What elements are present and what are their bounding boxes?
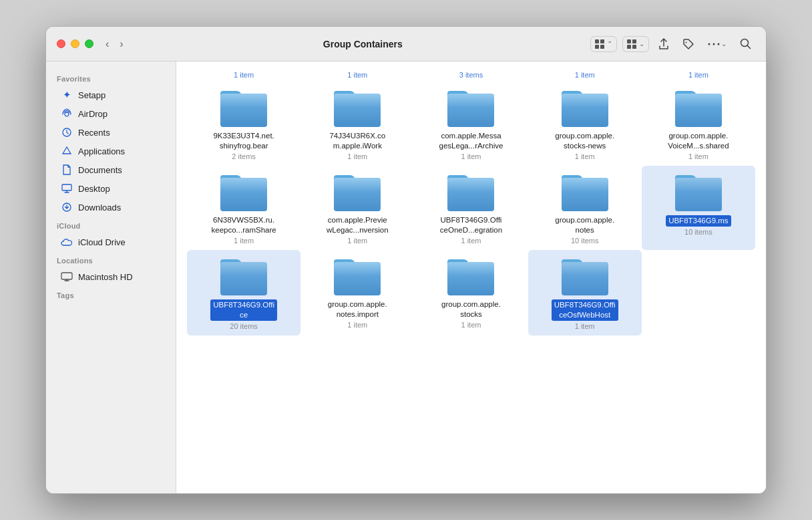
file-count: 1 item bbox=[234, 237, 254, 245]
svg-rect-4 bbox=[627, 39, 631, 43]
svg-line-13 bbox=[747, 45, 751, 49]
sidebar-item-label: Documents bbox=[78, 165, 122, 175]
svg-rect-16 bbox=[62, 184, 71, 190]
file-item-selected[interactable]: UBF8T346G9.ms 10 items bbox=[642, 166, 755, 250]
file-count: 2 items bbox=[232, 152, 255, 160]
sidebar-item-documents[interactable]: Documents bbox=[50, 160, 172, 179]
airdrop-icon bbox=[61, 108, 73, 120]
sidebar-item-label: Setapp bbox=[78, 90, 106, 100]
file-name: group.com.apple.notes bbox=[555, 215, 614, 235]
folder-icon bbox=[220, 88, 267, 127]
sidebar-item-airdrop[interactable]: AirDrop bbox=[50, 104, 172, 123]
favorites-label: Favorites bbox=[46, 70, 176, 86]
file-item[interactable]: com.apple.MessagesLega...rArchive 1 item bbox=[414, 82, 528, 166]
sidebar-item-macintosh-hd[interactable]: Macintosh HD bbox=[50, 267, 172, 286]
file-name: 9K33E3U3T4.net.shinyfrog.bear bbox=[213, 131, 274, 151]
file-item-empty bbox=[642, 250, 755, 336]
file-name-selected: UBF8T346G9.Office bbox=[210, 299, 277, 321]
file-item[interactable]: 6N38VWS5BX.ru.keepco...ramShare 1 item bbox=[187, 166, 300, 250]
sidebar: Favorites ✦ Setapp AirDrop bbox=[46, 61, 176, 493]
file-count: 1 item bbox=[575, 322, 595, 330]
sidebar-item-applications[interactable]: Applications bbox=[50, 142, 172, 160]
svg-point-11 bbox=[718, 43, 720, 45]
fullscreen-button[interactable] bbox=[85, 39, 93, 48]
documents-icon bbox=[61, 164, 73, 176]
file-count: 1 item bbox=[575, 152, 595, 160]
icloud-label: iCloud bbox=[46, 217, 176, 233]
folder-icon bbox=[447, 257, 494, 295]
sidebar-item-setapp[interactable]: ✦ Setapp bbox=[50, 86, 172, 104]
search-button[interactable] bbox=[736, 35, 755, 52]
file-item[interactable]: group.com.apple.stocks 1 item bbox=[414, 250, 528, 336]
more-button[interactable]: ⌄ bbox=[704, 37, 731, 50]
applications-icon bbox=[61, 145, 73, 157]
top-count-4: 1 item bbox=[642, 67, 755, 82]
file-item[interactable]: 74J34U3R6X.com.apple.iWork 1 item bbox=[300, 82, 414, 166]
file-item[interactable]: group.com.apple.stocks-news 1 item bbox=[528, 82, 642, 166]
file-name: group.com.apple.VoiceM...s.shared bbox=[668, 131, 729, 151]
svg-point-9 bbox=[708, 43, 710, 45]
files-row-1: 9K33E3U3T4.net.shinyfrog.bear 2 items 74… bbox=[187, 82, 755, 166]
locations-label: Locations bbox=[46, 251, 176, 267]
back-button[interactable]: ‹ bbox=[102, 37, 113, 51]
folder-icon bbox=[220, 257, 267, 295]
file-item[interactable]: group.com.apple.notes 10 items bbox=[528, 166, 642, 250]
file-name: com.apple.PreviewLegac...nversion bbox=[327, 215, 389, 235]
file-name: group.com.apple.stocks bbox=[441, 299, 501, 319]
svg-rect-18 bbox=[61, 273, 72, 279]
desktop-icon bbox=[61, 182, 73, 194]
view-switcher: ⌃ bbox=[590, 36, 617, 52]
file-item-selected[interactable]: UBF8T346G9.OfficeOsfWebHost 1 item bbox=[528, 250, 642, 336]
minimize-button[interactable] bbox=[71, 39, 79, 48]
top-count-1: 1 item bbox=[300, 67, 414, 82]
finder-window: ‹ › Group Containers ⌃ bbox=[45, 26, 767, 494]
file-item-selected[interactable]: UBF8T346G9.Office 20 items bbox=[187, 250, 300, 336]
svg-rect-6 bbox=[627, 45, 631, 49]
folder-icon bbox=[334, 257, 381, 295]
sidebar-item-label: Desktop bbox=[78, 184, 110, 194]
svg-rect-5 bbox=[632, 39, 636, 43]
window-title: Group Containers bbox=[136, 39, 590, 49]
folder-icon bbox=[562, 172, 608, 211]
file-name-selected: UBF8T346G9.OfficeOsfWebHost bbox=[552, 299, 618, 321]
svg-rect-2 bbox=[595, 45, 599, 49]
svg-rect-1 bbox=[600, 39, 604, 43]
file-name: UBF8T346G9.OfficeOneD...egration bbox=[440, 215, 502, 235]
file-name: group.com.apple.stocks-news bbox=[555, 131, 614, 151]
file-item[interactable]: UBF8T346G9.OfficeOneD...egration 1 item bbox=[414, 166, 528, 250]
svg-rect-0 bbox=[595, 39, 599, 43]
icon-view-button[interactable]: ⌃ bbox=[591, 37, 616, 51]
folder-icon bbox=[220, 172, 267, 211]
tag-button[interactable] bbox=[678, 35, 698, 53]
sidebar-item-label: Macintosh HD bbox=[78, 272, 133, 282]
macintosh-hd-icon bbox=[61, 271, 73, 283]
file-count: 1 item bbox=[347, 321, 367, 329]
sidebar-item-desktop[interactable]: Desktop bbox=[50, 179, 172, 198]
sidebar-item-label: Downloads bbox=[78, 203, 121, 213]
sidebar-item-label: Recents bbox=[78, 128, 110, 138]
files-row-2: 6N38VWS5BX.ru.keepco...ramShare 1 item c… bbox=[187, 166, 755, 250]
close-button[interactable] bbox=[57, 39, 65, 48]
share-button[interactable] bbox=[654, 35, 673, 53]
file-name: 74J34U3R6X.com.apple.iWork bbox=[329, 131, 385, 151]
top-count-0: 1 item bbox=[187, 67, 300, 82]
folder-icon bbox=[447, 88, 494, 127]
top-count-2: 3 items bbox=[414, 67, 528, 82]
sidebar-item-icloud-drive[interactable]: iCloud Drive bbox=[50, 233, 172, 251]
svg-point-8 bbox=[686, 41, 687, 43]
file-count: 1 item bbox=[688, 152, 708, 160]
file-count: 10 items bbox=[684, 228, 713, 236]
file-count: 20 items bbox=[230, 322, 258, 330]
file-name-selected: UBF8T346G9.ms bbox=[666, 215, 731, 227]
sidebar-item-downloads[interactable]: Downloads bbox=[50, 198, 172, 217]
file-item[interactable]: com.apple.PreviewLegac...nversion 1 item bbox=[300, 166, 414, 250]
file-item[interactable]: 9K33E3U3T4.net.shinyfrog.bear 2 items bbox=[187, 82, 300, 166]
top-count-3: 1 item bbox=[528, 67, 642, 82]
file-count: 1 item bbox=[461, 237, 481, 245]
gallery-view-button[interactable]: ⌄ bbox=[623, 37, 648, 51]
svg-point-14 bbox=[65, 112, 69, 116]
file-item[interactable]: group.com.apple.notes.import 1 item bbox=[300, 250, 414, 336]
file-item[interactable]: group.com.apple.VoiceM...s.shared 1 item bbox=[642, 82, 755, 166]
forward-button[interactable]: › bbox=[116, 37, 127, 51]
sidebar-item-recents[interactable]: Recents bbox=[50, 123, 172, 142]
